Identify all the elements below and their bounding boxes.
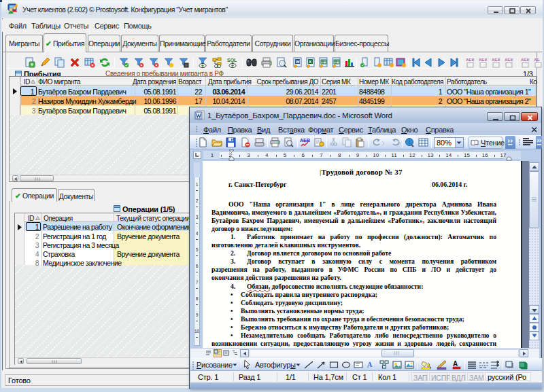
svg-text:W: W: [296, 60, 300, 64]
svg-text:АБ: АБ: [534, 58, 540, 62]
svg-text:АБК: АБК: [492, 58, 500, 62]
svg-text:A: A: [453, 360, 458, 368]
svg-text:X: X: [309, 60, 311, 64]
svg-text:АБК: АБК: [521, 58, 530, 62]
svg-text:АБК: АБК: [479, 58, 488, 62]
svg-text:АБК: АБК: [505, 58, 513, 62]
svg-text:АБК: АБК: [466, 58, 475, 62]
svg-text:SQL: SQL: [227, 58, 237, 63]
svg-text:A: A: [367, 360, 373, 369]
svg-text:АБВ: АБВ: [300, 138, 310, 143]
